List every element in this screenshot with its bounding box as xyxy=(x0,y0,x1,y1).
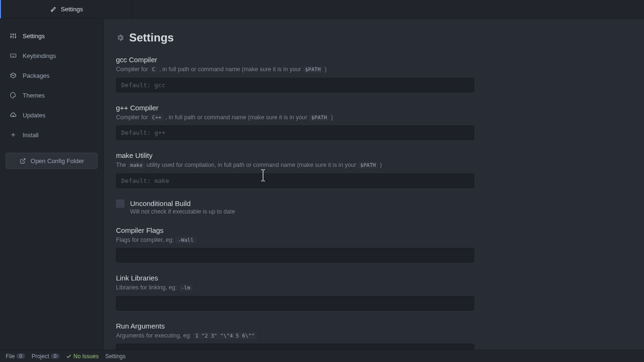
setting-linklib-desc: Libraries for linking, eg: -lm xyxy=(116,284,474,292)
setting-runargs-desc: Arguments for executing, eg: 1 "2 3" "\"… xyxy=(116,332,474,340)
setting-uncond-desc: Will not check if executable is up to da… xyxy=(130,208,235,215)
setting-gcc-title: gcc Compiler xyxy=(116,56,474,64)
setting-gcc-input[interactable] xyxy=(116,78,474,92)
setting-gcc-desc: Compiler for C , in full path or command… xyxy=(116,66,474,74)
sliders-icon xyxy=(9,32,17,40)
setting-cflags-input[interactable] xyxy=(116,248,474,263)
setting-linklib-input[interactable] xyxy=(116,296,474,311)
sidebar-item-label: Packages xyxy=(23,72,50,79)
config-button-label: Open Config Folder xyxy=(31,157,84,165)
svg-line-12 xyxy=(23,158,25,161)
setting-uncond-title: Unconditional Build xyxy=(130,199,235,207)
setting-make-desc: The make utility used for compilation, i… xyxy=(116,161,474,170)
sidebar-item-label: Themes xyxy=(23,92,45,99)
status-settings[interactable]: Settings xyxy=(105,353,125,360)
sidebar-item-label: Keybindings xyxy=(23,52,56,59)
cloud-download-icon xyxy=(9,111,17,119)
status-file[interactable]: File 0 xyxy=(6,353,25,360)
sidebar-item-label: Settings xyxy=(23,33,45,40)
gear-icon xyxy=(116,33,124,42)
package-icon xyxy=(9,72,17,79)
keyboard-icon xyxy=(9,52,17,59)
sidebar-item-label: Updates xyxy=(23,112,45,119)
sidebar-item-packages[interactable]: Packages xyxy=(6,67,98,84)
sidebar-item-updates[interactable]: Updates xyxy=(6,107,98,123)
settings-sidebar: Settings Keybindings Packages Themes xyxy=(0,19,104,350)
status-bar: File 0 Project 0 No Issues Settings xyxy=(0,350,644,362)
setting-cflags-title: Compiler Flags xyxy=(116,226,474,234)
setting-runargs-title: Run Arguments xyxy=(116,322,474,330)
unconditional-build-checkbox[interactable] xyxy=(116,199,124,208)
setting-make-title: make Utility xyxy=(116,151,474,159)
sidebar-item-themes[interactable]: Themes xyxy=(6,87,98,104)
setting-runargs-input[interactable] xyxy=(116,344,474,350)
setting-gpp-title: g++ Compiler xyxy=(116,104,474,112)
status-project[interactable]: Project 0 xyxy=(32,353,59,360)
sidebar-item-keybindings[interactable]: Keybindings xyxy=(6,47,98,64)
tab-label: Settings xyxy=(61,6,83,13)
setting-make-input[interactable] xyxy=(116,173,474,188)
sidebar-item-install[interactable]: Install xyxy=(6,126,98,143)
sidebar-item-label: Install xyxy=(23,132,39,139)
tab-strip-empty xyxy=(132,0,644,18)
setting-gpp-desc: Compiler for C++ , in full path or comma… xyxy=(116,114,474,122)
svg-rect-9 xyxy=(10,54,16,58)
setting-linklib-title: Link Libraries xyxy=(116,274,474,282)
settings-content: Settings gcc Compiler Compiler for C , i… xyxy=(104,19,644,350)
tools-icon xyxy=(50,6,57,13)
status-no-issues[interactable]: No Issues xyxy=(66,353,99,360)
open-config-folder-button[interactable]: Open Config Folder xyxy=(6,153,98,169)
tab-settings[interactable]: Settings xyxy=(0,0,132,18)
external-link-icon xyxy=(19,157,27,165)
page-title: Settings xyxy=(129,31,174,44)
sidebar-item-settings[interactable]: Settings xyxy=(6,27,98,44)
plus-icon xyxy=(9,131,17,139)
paint-icon xyxy=(9,91,17,99)
setting-cflags-desc: Flags for compiler, eg: -Wall xyxy=(116,236,474,245)
setting-gpp-input[interactable] xyxy=(116,125,474,140)
